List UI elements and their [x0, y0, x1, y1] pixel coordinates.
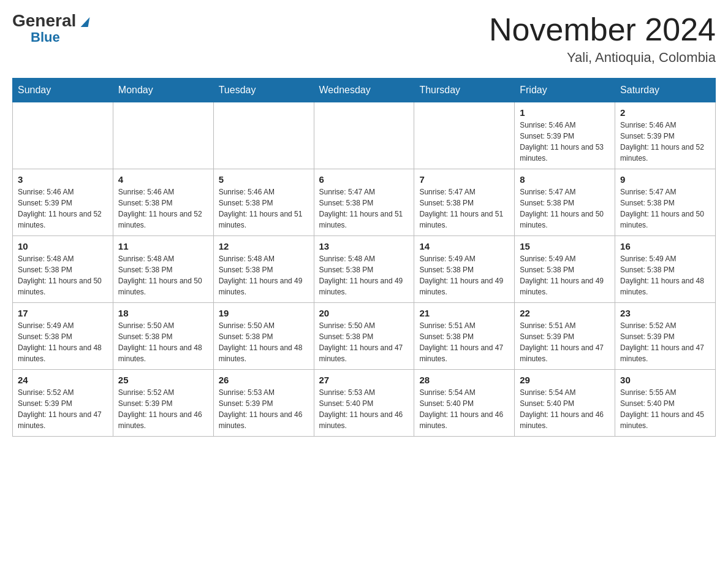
week-row: 24Sunrise: 5:52 AM Sunset: 5:39 PM Dayli… — [13, 370, 716, 437]
calendar-cell: 5Sunrise: 5:46 AM Sunset: 5:38 PM Daylig… — [213, 169, 314, 236]
calendar-cell — [113, 102, 213, 169]
day-of-week-header: Thursday — [414, 79, 515, 102]
calendar-title: November 2024 — [489, 12, 716, 47]
day-info: Sunrise: 5:54 AM Sunset: 5:40 PM Dayligh… — [520, 387, 610, 431]
day-number: 25 — [118, 375, 208, 385]
calendar-cell: 27Sunrise: 5:53 AM Sunset: 5:40 PM Dayli… — [314, 370, 414, 437]
calendar-cell: 3Sunrise: 5:46 AM Sunset: 5:39 PM Daylig… — [13, 169, 113, 236]
day-info: Sunrise: 5:49 AM Sunset: 5:38 PM Dayligh… — [620, 253, 710, 297]
day-number: 22 — [520, 308, 610, 318]
day-info: Sunrise: 5:48 AM Sunset: 5:38 PM Dayligh… — [18, 253, 108, 297]
day-number: 17 — [18, 308, 108, 318]
calendar-cell: 8Sunrise: 5:47 AM Sunset: 5:38 PM Daylig… — [515, 169, 615, 236]
day-info: Sunrise: 5:49 AM Sunset: 5:38 PM Dayligh… — [520, 253, 610, 297]
day-info: Sunrise: 5:53 AM Sunset: 5:40 PM Dayligh… — [319, 387, 409, 431]
day-info: Sunrise: 5:52 AM Sunset: 5:39 PM Dayligh… — [18, 387, 108, 431]
day-number: 29 — [520, 375, 610, 385]
calendar-cell: 22Sunrise: 5:51 AM Sunset: 5:39 PM Dayli… — [515, 303, 615, 370]
day-number: 4 — [118, 174, 208, 185]
calendar-cell: 21Sunrise: 5:51 AM Sunset: 5:38 PM Dayli… — [414, 303, 515, 370]
calendar-table: SundayMondayTuesdayWednesdayThursdayFrid… — [12, 78, 716, 437]
calendar-cell — [13, 102, 113, 169]
day-info: Sunrise: 5:47 AM Sunset: 5:38 PM Dayligh… — [520, 186, 610, 231]
day-number: 11 — [118, 241, 208, 251]
day-info: Sunrise: 5:49 AM Sunset: 5:38 PM Dayligh… — [18, 320, 108, 364]
calendar-cell: 6Sunrise: 5:47 AM Sunset: 5:38 PM Daylig… — [314, 169, 414, 236]
day-info: Sunrise: 5:49 AM Sunset: 5:38 PM Dayligh… — [419, 253, 509, 297]
day-number: 3 — [18, 174, 108, 185]
calendar-cell: 15Sunrise: 5:49 AM Sunset: 5:38 PM Dayli… — [515, 236, 615, 303]
day-info: Sunrise: 5:50 AM Sunset: 5:38 PM Dayligh… — [118, 320, 208, 364]
day-number: 23 — [620, 308, 710, 318]
day-info: Sunrise: 5:50 AM Sunset: 5:38 PM Dayligh… — [219, 320, 309, 364]
title-block: November 2024 Yali, Antioquia, Colombia — [489, 12, 716, 66]
day-number: 1 — [520, 107, 610, 118]
calendar-cell: 19Sunrise: 5:50 AM Sunset: 5:38 PM Dayli… — [213, 303, 314, 370]
day-info: Sunrise: 5:52 AM Sunset: 5:39 PM Dayligh… — [620, 320, 710, 364]
day-info: Sunrise: 5:55 AM Sunset: 5:40 PM Dayligh… — [620, 387, 710, 431]
day-number: 9 — [620, 174, 710, 185]
calendar-cell — [414, 102, 515, 169]
calendar-cell: 12Sunrise: 5:48 AM Sunset: 5:38 PM Dayli… — [213, 236, 314, 303]
calendar-cell: 17Sunrise: 5:49 AM Sunset: 5:38 PM Dayli… — [13, 303, 113, 370]
day-of-week-header: Sunday — [13, 79, 113, 102]
day-info: Sunrise: 5:47 AM Sunset: 5:38 PM Dayligh… — [419, 186, 509, 231]
week-row: 10Sunrise: 5:48 AM Sunset: 5:38 PM Dayli… — [13, 236, 716, 303]
day-info: Sunrise: 5:46 AM Sunset: 5:39 PM Dayligh… — [620, 120, 710, 164]
day-of-week-header: Tuesday — [213, 79, 314, 102]
day-number: 27 — [319, 375, 409, 385]
day-number: 30 — [620, 375, 710, 385]
day-info: Sunrise: 5:51 AM Sunset: 5:38 PM Dayligh… — [419, 320, 509, 364]
day-number: 5 — [219, 174, 309, 185]
day-info: Sunrise: 5:48 AM Sunset: 5:38 PM Dayligh… — [219, 253, 309, 297]
day-of-week-header: Friday — [515, 79, 615, 102]
logo: General Blue — [12, 12, 89, 45]
day-number: 18 — [118, 308, 208, 318]
day-info: Sunrise: 5:46 AM Sunset: 5:39 PM Dayligh… — [18, 186, 108, 231]
calendar-cell: 9Sunrise: 5:47 AM Sunset: 5:38 PM Daylig… — [615, 169, 716, 236]
day-number: 10 — [18, 241, 108, 251]
calendar-cell: 20Sunrise: 5:50 AM Sunset: 5:38 PM Dayli… — [314, 303, 414, 370]
calendar-header-row: SundayMondayTuesdayWednesdayThursdayFrid… — [13, 79, 716, 102]
calendar-cell: 25Sunrise: 5:52 AM Sunset: 5:39 PM Dayli… — [113, 370, 213, 437]
day-info: Sunrise: 5:46 AM Sunset: 5:39 PM Dayligh… — [520, 120, 610, 164]
day-number: 26 — [219, 375, 309, 385]
calendar-cell: 2Sunrise: 5:46 AM Sunset: 5:39 PM Daylig… — [615, 102, 716, 169]
day-number: 21 — [419, 308, 509, 318]
page-header: General Blue November 2024 Yali, Antioqu… — [12, 12, 716, 66]
day-of-week-header: Saturday — [615, 79, 716, 102]
day-info: Sunrise: 5:47 AM Sunset: 5:38 PM Dayligh… — [620, 186, 710, 231]
day-info: Sunrise: 5:50 AM Sunset: 5:38 PM Dayligh… — [319, 320, 409, 364]
day-number: 8 — [520, 174, 610, 185]
day-number: 14 — [419, 241, 509, 251]
day-number: 15 — [520, 241, 610, 251]
logo-blue-text: Blue — [31, 29, 60, 45]
calendar-cell: 11Sunrise: 5:48 AM Sunset: 5:38 PM Dayli… — [113, 236, 213, 303]
day-number: 2 — [620, 107, 710, 118]
calendar-cell: 4Sunrise: 5:46 AM Sunset: 5:38 PM Daylig… — [113, 169, 213, 236]
day-info: Sunrise: 5:52 AM Sunset: 5:39 PM Dayligh… — [118, 387, 208, 431]
logo-general-text: General — [12, 12, 89, 29]
calendar-cell: 23Sunrise: 5:52 AM Sunset: 5:39 PM Dayli… — [615, 303, 716, 370]
day-of-week-header: Wednesday — [314, 79, 414, 102]
calendar-cell: 26Sunrise: 5:53 AM Sunset: 5:39 PM Dayli… — [213, 370, 314, 437]
week-row: 17Sunrise: 5:49 AM Sunset: 5:38 PM Dayli… — [13, 303, 716, 370]
day-info: Sunrise: 5:53 AM Sunset: 5:39 PM Dayligh… — [219, 387, 309, 431]
day-info: Sunrise: 5:51 AM Sunset: 5:39 PM Dayligh… — [520, 320, 610, 364]
calendar-cell: 1Sunrise: 5:46 AM Sunset: 5:39 PM Daylig… — [515, 102, 615, 169]
day-number: 20 — [319, 308, 409, 318]
day-number: 24 — [18, 375, 108, 385]
calendar-cell — [213, 102, 314, 169]
day-number: 12 — [219, 241, 309, 251]
day-info: Sunrise: 5:46 AM Sunset: 5:38 PM Dayligh… — [219, 186, 309, 231]
calendar-cell: 10Sunrise: 5:48 AM Sunset: 5:38 PM Dayli… — [13, 236, 113, 303]
calendar-subtitle: Yali, Antioquia, Colombia — [489, 50, 716, 66]
calendar-cell: 7Sunrise: 5:47 AM Sunset: 5:38 PM Daylig… — [414, 169, 515, 236]
week-row: 1Sunrise: 5:46 AM Sunset: 5:39 PM Daylig… — [13, 102, 716, 169]
calendar-cell — [314, 102, 414, 169]
calendar-cell: 16Sunrise: 5:49 AM Sunset: 5:38 PM Dayli… — [615, 236, 716, 303]
day-of-week-header: Monday — [113, 79, 213, 102]
calendar-cell: 28Sunrise: 5:54 AM Sunset: 5:40 PM Dayli… — [414, 370, 515, 437]
week-row: 3Sunrise: 5:46 AM Sunset: 5:39 PM Daylig… — [13, 169, 716, 236]
calendar-cell: 29Sunrise: 5:54 AM Sunset: 5:40 PM Dayli… — [515, 370, 615, 437]
